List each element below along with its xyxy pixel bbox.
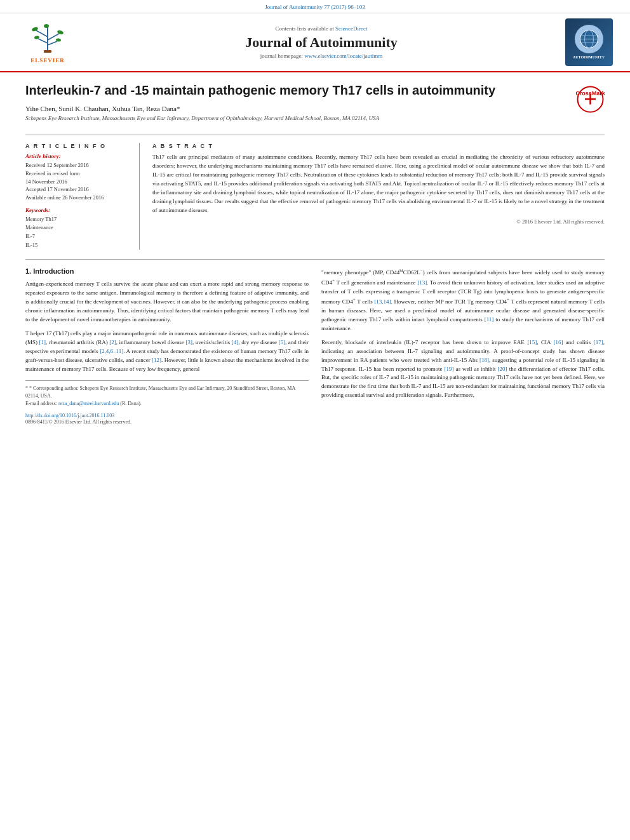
keyword-memory-th17: Memory Th17 [25,215,131,224]
email-link[interactable]: reza_dana@meei.harvard.edu [58,401,119,406]
intro-para1: Antigen-experienced memory T cells survi… [25,280,309,324]
abstract-heading: A B S T R A C T [152,143,605,149]
keyword-il15: IL-15 [25,241,131,250]
intro-para2: T helper 17 (Th17) cells play a major im… [25,330,309,374]
keywords-list: Memory Th17 Maintenance IL-7 IL-15 [25,215,131,250]
ref-1[interactable]: [1] [39,339,46,345]
article-title: Interleukin-7 and -15 maintain pathogeni… [25,82,570,98]
elsevier-name: ELSEVIER [30,57,65,63]
elsevier-logo-container: ELSEVIER [13,21,83,63]
article-received: Received 12 September 2016 Received in r… [25,161,131,202]
elsevier-tree-icon [29,21,67,54]
body-columns: 1. Introduction Antigen-experienced memo… [25,267,605,425]
article-affiliation: Schepens Eye Research Institute, Massach… [25,115,570,121]
svg-point-10 [44,24,49,28]
issn-text: 0896-8411/© 2016 Elsevier Ltd. All right… [25,418,309,426]
ref-17[interactable]: [17] [594,339,603,345]
intro-para4: Recently, blockade of interleukin (IL)-7… [321,338,605,401]
body-right-col: "memory phenotype" (MP, CD44hiCD62L−) ce… [321,267,605,425]
footnote-email: E-mail address: reza_dana@meei.harvard.e… [25,400,309,408]
intro-para3: "memory phenotype" (MP, CD44hiCD62L−) ce… [321,267,605,333]
homepage-label: journal homepage: [260,53,303,59]
journal-badge-container: AUTOIMMUNITY [560,18,617,66]
keyword-il7: IL-7 [25,232,131,241]
abstract-copyright: © 2016 Elsevier Ltd. All rights reserved… [152,218,605,225]
crossmark-logo-icon: CrossMark [576,85,605,114]
journal-title: Journal of Autoimmunity [83,34,560,51]
ref-13[interactable]: [13] [417,279,427,286]
footnote-star: * * Corresponding author. Schepens Eye R… [25,385,309,400]
svg-line-5 [48,41,57,45]
footer-links: http://dx.doi.org/10.1016/j.jaut.2016.11… [25,413,309,418]
ref-15[interactable]: [15] [527,339,537,345]
sciencedirect-prefix: Contents lists available at [276,25,334,32]
journal-homepage: journal homepage: www.elsevier.com/locat… [83,53,560,59]
ref-19[interactable]: [19] [444,366,453,372]
ref-20[interactable]: [20] [498,366,507,372]
svg-line-4 [38,39,48,43]
article-container: Interleukin-7 and -15 maintain pathogeni… [0,72,630,439]
ref-13-14[interactable]: [13,14] [374,298,391,305]
ref-3[interactable]: [3] [185,339,192,345]
ref-12[interactable]: [12] [152,357,161,363]
section-divider [25,259,605,260]
svg-line-2 [36,30,48,37]
doi-link[interactable]: http://dx.doi.org/10.1016/j.jaut.2016.11… [25,413,114,418]
ref-16[interactable]: [16] [553,339,563,345]
homepage-link[interactable]: www.elsevier.com/locate/jautimm [304,53,382,59]
badge-globe-icon [578,28,600,50]
ref-4[interactable]: [4] [232,339,239,345]
article-info-heading: A R T I C L E I N F O [25,143,131,149]
ref-2[interactable]: [2] [109,339,116,345]
abstract-column: A B S T R A C T Th17 cells are principal… [152,143,605,250]
svg-rect-11 [44,50,51,53]
body-left-col: 1. Introduction Antigen-experienced memo… [25,267,309,425]
journal-badge: AUTOIMMUNITY [565,18,613,66]
badge-title-label: AUTOIMMUNITY [571,55,607,60]
intro-heading: 1. Introduction [25,267,309,275]
article-footer: * * Corresponding author. Schepens Eye R… [25,380,309,426]
ref-2-4-6-11[interactable]: [2,4,6–11] [100,348,123,354]
article-info-column: A R T I C L E I N F O Article history: R… [25,143,140,250]
badge-circle-icon [575,25,603,53]
sciencedirect-line: Contents lists available at ScienceDirec… [83,25,560,32]
ref-18[interactable]: [18] [479,357,489,363]
sciencedirect-link[interactable]: ScienceDirect [335,25,367,32]
article-history-label: Article history: [25,153,131,159]
article-authors: Yihe Chen, Sunil K. Chauhan, Xuhua Tan, … [25,105,570,112]
article-title-block: Interleukin-7 and -15 maintain pathogeni… [25,82,570,124]
journal-reference-bar: Journal of Autoimmunity 77 (2017) 96–103 [0,0,630,13]
abstract-text: Th17 cells are principal mediators of ma… [152,153,605,215]
crossmark-container: CrossMark [570,82,605,115]
elsevier-logo: ELSEVIER [29,21,67,63]
article-info-abstract: A R T I C L E I N F O Article history: R… [25,135,605,250]
ref-5[interactable]: [5] [279,339,286,345]
keywords-label: Keywords: [25,207,131,213]
keyword-maintenance: Maintenance [25,223,131,232]
article-title-section: Interleukin-7 and -15 maintain pathogeni… [25,82,605,130]
journal-header-center: Contents lists available at ScienceDirec… [83,25,560,59]
journal-reference-text: Journal of Autoimmunity 77 (2017) 96–103 [265,4,365,10]
ref-11[interactable]: [11] [485,316,494,323]
journal-header: ELSEVIER Contents lists available at Sci… [0,13,630,72]
